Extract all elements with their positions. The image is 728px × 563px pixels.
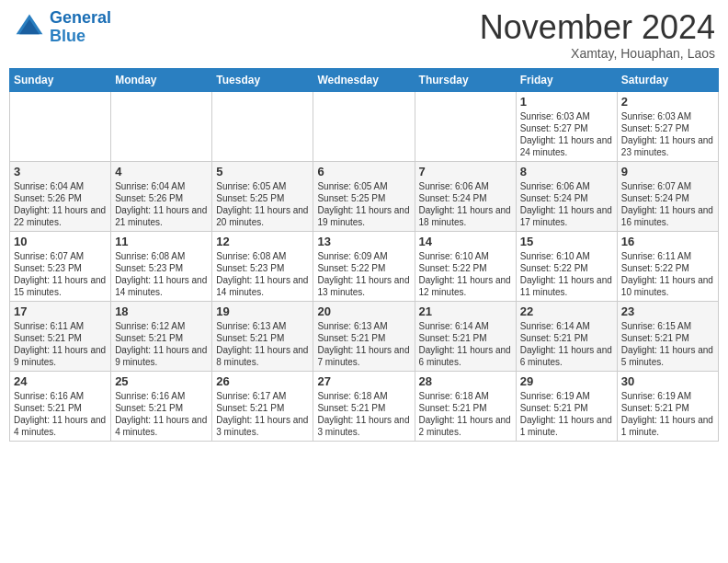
day-number: 8 <box>520 165 613 178</box>
day-info: Sunrise: 6:04 AM Sunset: 5:26 PM Dayligh… <box>14 180 107 228</box>
weekday-header-wednesday: Wednesday <box>313 68 415 91</box>
day-number: 2 <box>621 95 714 109</box>
weekday-header-thursday: Thursday <box>415 68 516 91</box>
day-cell: 6Sunrise: 6:05 AM Sunset: 5:25 PM Daylig… <box>313 161 415 231</box>
logo-text: General Blue <box>50 9 111 46</box>
weekday-header-row: SundayMondayTuesdayWednesdayThursdayFrid… <box>10 68 719 91</box>
weekday-header-friday: Friday <box>516 68 617 91</box>
day-cell: 21Sunrise: 6:14 AM Sunset: 5:21 PM Dayli… <box>415 301 516 371</box>
day-cell: 3Sunrise: 6:04 AM Sunset: 5:26 PM Daylig… <box>10 161 111 231</box>
day-info: Sunrise: 6:13 AM Sunset: 5:21 PM Dayligh… <box>216 320 309 368</box>
day-cell: 16Sunrise: 6:11 AM Sunset: 5:22 PM Dayli… <box>617 231 718 301</box>
weekday-header-monday: Monday <box>111 68 212 91</box>
day-cell: 10Sunrise: 6:07 AM Sunset: 5:23 PM Dayli… <box>10 231 111 301</box>
day-info: Sunrise: 6:12 AM Sunset: 5:21 PM Dayligh… <box>115 320 208 368</box>
day-info: Sunrise: 6:13 AM Sunset: 5:21 PM Dayligh… <box>317 320 410 368</box>
day-info: Sunrise: 6:04 AM Sunset: 5:26 PM Dayligh… <box>115 180 208 228</box>
day-number: 28 <box>419 374 512 388</box>
day-number: 12 <box>216 235 309 248</box>
day-cell: 13Sunrise: 6:09 AM Sunset: 5:22 PM Dayli… <box>313 231 415 301</box>
title-block: November 2024 Xamtay, Houaphan, Laos <box>480 9 715 61</box>
day-cell: 5Sunrise: 6:05 AM Sunset: 5:25 PM Daylig… <box>212 161 313 231</box>
day-number: 29 <box>520 374 613 388</box>
day-info: Sunrise: 6:09 AM Sunset: 5:22 PM Dayligh… <box>317 250 410 298</box>
day-number: 23 <box>621 304 714 318</box>
day-number: 5 <box>216 165 309 178</box>
day-info: Sunrise: 6:18 AM Sunset: 5:21 PM Dayligh… <box>419 390 512 438</box>
day-number: 22 <box>520 304 613 318</box>
day-cell <box>313 91 415 161</box>
day-info: Sunrise: 6:16 AM Sunset: 5:21 PM Dayligh… <box>115 390 208 438</box>
day-cell: 8Sunrise: 6:06 AM Sunset: 5:24 PM Daylig… <box>516 161 617 231</box>
day-info: Sunrise: 6:15 AM Sunset: 5:21 PM Dayligh… <box>621 320 714 368</box>
logo: General Blue <box>13 9 111 46</box>
day-info: Sunrise: 6:06 AM Sunset: 5:24 PM Dayligh… <box>419 180 512 228</box>
week-row-5: 24Sunrise: 6:16 AM Sunset: 5:21 PM Dayli… <box>10 371 719 441</box>
day-number: 24 <box>14 374 107 388</box>
calendar-table: SundayMondayTuesdayWednesdayThursdayFrid… <box>9 68 719 442</box>
day-number: 9 <box>621 165 714 178</box>
day-number: 11 <box>115 235 208 248</box>
day-cell: 30Sunrise: 6:19 AM Sunset: 5:21 PM Dayli… <box>617 371 718 441</box>
day-number: 26 <box>216 374 309 388</box>
weekday-header-saturday: Saturday <box>617 68 718 91</box>
day-cell: 23Sunrise: 6:15 AM Sunset: 5:21 PM Dayli… <box>617 301 718 371</box>
page-header: General Blue November 2024 Xamtay, Houap… <box>9 9 719 61</box>
day-cell: 11Sunrise: 6:08 AM Sunset: 5:23 PM Dayli… <box>111 231 212 301</box>
day-number: 6 <box>317 165 410 178</box>
day-info: Sunrise: 6:06 AM Sunset: 5:24 PM Dayligh… <box>520 180 613 228</box>
day-number: 1 <box>520 95 613 109</box>
day-cell: 12Sunrise: 6:08 AM Sunset: 5:23 PM Dayli… <box>212 231 313 301</box>
day-cell <box>10 91 111 161</box>
month-title: November 2024 <box>480 9 715 46</box>
day-cell: 17Sunrise: 6:11 AM Sunset: 5:21 PM Dayli… <box>10 301 111 371</box>
day-cell: 9Sunrise: 6:07 AM Sunset: 5:24 PM Daylig… <box>617 161 718 231</box>
day-number: 7 <box>419 165 512 178</box>
day-info: Sunrise: 6:11 AM Sunset: 5:21 PM Dayligh… <box>14 320 107 368</box>
day-number: 27 <box>317 374 410 388</box>
day-info: Sunrise: 6:08 AM Sunset: 5:23 PM Dayligh… <box>115 250 208 298</box>
day-number: 10 <box>14 235 107 248</box>
day-number: 4 <box>115 165 208 178</box>
day-info: Sunrise: 6:19 AM Sunset: 5:21 PM Dayligh… <box>520 390 613 438</box>
week-row-3: 10Sunrise: 6:07 AM Sunset: 5:23 PM Dayli… <box>10 231 719 301</box>
day-info: Sunrise: 6:03 AM Sunset: 5:27 PM Dayligh… <box>621 110 714 158</box>
day-number: 19 <box>216 304 309 318</box>
day-info: Sunrise: 6:05 AM Sunset: 5:25 PM Dayligh… <box>216 180 309 228</box>
day-number: 18 <box>115 304 208 318</box>
day-number: 3 <box>14 165 107 178</box>
day-number: 30 <box>621 374 714 388</box>
day-cell: 29Sunrise: 6:19 AM Sunset: 5:21 PM Dayli… <box>516 371 617 441</box>
day-number: 16 <box>621 235 714 248</box>
day-info: Sunrise: 6:14 AM Sunset: 5:21 PM Dayligh… <box>520 320 613 368</box>
day-cell: 22Sunrise: 6:14 AM Sunset: 5:21 PM Dayli… <box>516 301 617 371</box>
day-number: 21 <box>419 304 512 318</box>
day-cell: 7Sunrise: 6:06 AM Sunset: 5:24 PM Daylig… <box>415 161 516 231</box>
day-cell: 28Sunrise: 6:18 AM Sunset: 5:21 PM Dayli… <box>415 371 516 441</box>
day-info: Sunrise: 6:14 AM Sunset: 5:21 PM Dayligh… <box>419 320 512 368</box>
day-cell: 19Sunrise: 6:13 AM Sunset: 5:21 PM Dayli… <box>212 301 313 371</box>
day-cell: 4Sunrise: 6:04 AM Sunset: 5:26 PM Daylig… <box>111 161 212 231</box>
day-info: Sunrise: 6:07 AM Sunset: 5:24 PM Dayligh… <box>621 180 714 228</box>
day-info: Sunrise: 6:16 AM Sunset: 5:21 PM Dayligh… <box>14 390 107 438</box>
week-row-4: 17Sunrise: 6:11 AM Sunset: 5:21 PM Dayli… <box>10 301 719 371</box>
day-info: Sunrise: 6:11 AM Sunset: 5:22 PM Dayligh… <box>621 250 714 298</box>
logo-icon <box>13 11 46 44</box>
day-info: Sunrise: 6:18 AM Sunset: 5:21 PM Dayligh… <box>317 390 410 438</box>
day-cell <box>212 91 313 161</box>
day-info: Sunrise: 6:19 AM Sunset: 5:21 PM Dayligh… <box>621 390 714 438</box>
day-info: Sunrise: 6:08 AM Sunset: 5:23 PM Dayligh… <box>216 250 309 298</box>
day-cell: 27Sunrise: 6:18 AM Sunset: 5:21 PM Dayli… <box>313 371 415 441</box>
day-cell: 20Sunrise: 6:13 AM Sunset: 5:21 PM Dayli… <box>313 301 415 371</box>
day-cell: 25Sunrise: 6:16 AM Sunset: 5:21 PM Dayli… <box>111 371 212 441</box>
day-cell: 1Sunrise: 6:03 AM Sunset: 5:27 PM Daylig… <box>516 91 617 161</box>
weekday-header-sunday: Sunday <box>10 68 111 91</box>
day-cell: 26Sunrise: 6:17 AM Sunset: 5:21 PM Dayli… <box>212 371 313 441</box>
location-subtitle: Xamtay, Houaphan, Laos <box>480 46 715 61</box>
day-info: Sunrise: 6:10 AM Sunset: 5:22 PM Dayligh… <box>520 250 613 298</box>
day-cell: 15Sunrise: 6:10 AM Sunset: 5:22 PM Dayli… <box>516 231 617 301</box>
weekday-header-tuesday: Tuesday <box>212 68 313 91</box>
day-cell: 14Sunrise: 6:10 AM Sunset: 5:22 PM Dayli… <box>415 231 516 301</box>
day-cell <box>111 91 212 161</box>
week-row-2: 3Sunrise: 6:04 AM Sunset: 5:26 PM Daylig… <box>10 161 719 231</box>
